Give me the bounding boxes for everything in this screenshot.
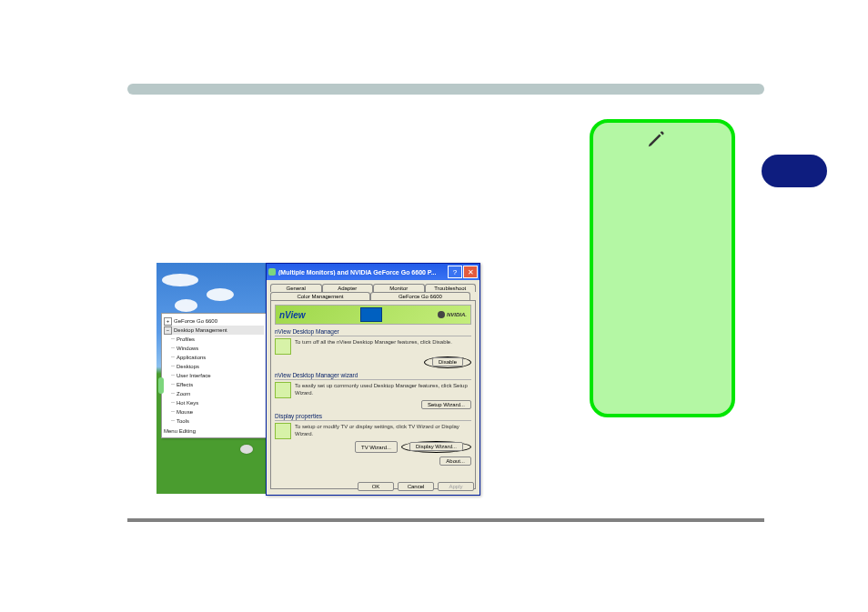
section-title-nvdm: nView Desktop Manager — [275, 328, 471, 335]
tree-item-profiles[interactable]: Profiles — [164, 335, 264, 344]
section-nvdm: To turn off all the nView Desktop Manage… — [275, 338, 471, 355]
tree-root[interactable]: +GeForce Go 6600 — [164, 316, 264, 326]
tree-item-windows[interactable]: Windows — [164, 344, 264, 353]
cancel-button[interactable]: Cancel — [398, 482, 434, 491]
close-icon[interactable]: ✕ — [463, 266, 478, 278]
section-disp-props-text: To setup or modify TV or display setting… — [295, 423, 471, 437]
section-wizard: To easily set up commonly used Desktop M… — [275, 382, 471, 398]
setup-wizard-button[interactable]: Setup Wizard... — [421, 400, 471, 409]
disable-button[interactable]: Disable — [432, 357, 463, 366]
top-decorative-bar — [127, 84, 764, 95]
dialog-titlebar[interactable]: (Multiple Monitors) and NVIDIA GeForce G… — [267, 264, 479, 280]
display-properties-dialog: (Multiple Monitors) and NVIDIA GeForce G… — [266, 263, 480, 496]
tabs-row-2: Color Management GeForce Go 6600 — [267, 292, 479, 300]
tab-color-management[interactable]: Color Management — [270, 292, 370, 300]
apply-button[interactable]: Apply — [438, 482, 474, 491]
tree-item-tools[interactable]: Tools — [164, 416, 264, 426]
system-menu-icon[interactable] — [268, 268, 276, 276]
tree-desktop-management[interactable]: −Desktop Management — [164, 326, 264, 335]
tree-item-mouse[interactable]: Mouse — [164, 407, 264, 416]
nvidia-eye-icon — [438, 311, 445, 318]
tree-item-menu-editing[interactable]: Menu Editing — [164, 426, 264, 436]
nview-banner: nView NVIDIA. — [275, 305, 471, 325]
pen-icon — [646, 129, 666, 149]
section-title-disp-props: Display properties — [275, 413, 471, 419]
display-wizard-button[interactable]: Display Wizard... — [409, 442, 463, 451]
wizard-icon — [275, 382, 291, 398]
help-icon[interactable]: ? — [448, 266, 462, 278]
tab-troubleshoot[interactable]: Troubleshoot — [425, 284, 477, 292]
tab-monitor[interactable]: Monitor — [373, 284, 425, 292]
tree-item-applications[interactable]: Applications — [164, 353, 264, 362]
tree-item-user-interface[interactable]: User Interface — [164, 371, 264, 380]
display-icon — [275, 423, 291, 439]
tab-geforce-go-6600[interactable]: GeForce Go 6600 — [370, 292, 470, 300]
section-nvdm-text: To turn off all the nView Desktop Manage… — [295, 338, 452, 346]
tree-item-zoom[interactable]: Zoom — [164, 389, 264, 398]
monitor-icon — [360, 307, 382, 322]
section-wizard-text: To easily set up commonly used Desktop M… — [295, 382, 471, 396]
note-callout — [590, 119, 735, 417]
nvidia-logo: NVIDIA. — [438, 311, 467, 318]
nvidia-tree-panel: +GeForce Go 6600 −Desktop Management Pro… — [161, 313, 267, 438]
tab-panel-active: nView NVIDIA. nView Desktop Manager To t… — [270, 300, 476, 489]
side-blue-badge — [762, 155, 827, 187]
dialog-title: (Multiple Monitors) and NVIDIA GeForce G… — [278, 269, 447, 276]
highlight-ellipse-display-wizard: Display Wizard... — [401, 441, 471, 453]
globe-icon — [275, 338, 291, 355]
tree-item-desktops[interactable]: Desktops — [164, 362, 264, 371]
highlight-ellipse-disable: Disable — [424, 356, 471, 368]
section-title-wizard: nView Desktop Manager wizard — [275, 372, 471, 378]
tv-wizard-button[interactable]: TV Wizard... — [355, 441, 398, 453]
tab-general[interactable]: General — [270, 284, 322, 292]
nview-logo: nView — [279, 310, 306, 320]
ok-button[interactable]: OK — [358, 482, 394, 491]
tab-adapter[interactable]: Adapter — [322, 284, 374, 292]
tree-item-hot-keys[interactable]: Hot Keys — [164, 398, 264, 407]
tray-device-icon — [240, 445, 253, 454]
bottom-divider — [127, 518, 764, 522]
tabs-row-1: General Adapter Monitor Troubleshoot — [267, 280, 479, 292]
tree-item-effects[interactable]: Effects — [164, 380, 264, 389]
about-button[interactable]: About... — [439, 456, 471, 466]
section-disp-props: To setup or modify TV or display setting… — [275, 423, 471, 439]
screenshot-composite: +GeForce Go 6600 −Desktop Management Pro… — [156, 263, 479, 494]
dialog-footer: OK Cancel Apply — [267, 482, 479, 491]
